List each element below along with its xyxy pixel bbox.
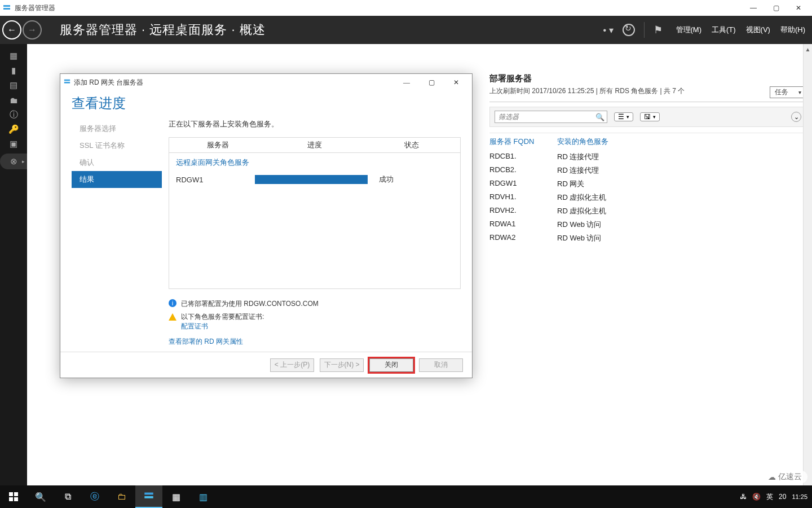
col-fqdn[interactable]: 服务器 FQDN	[489, 137, 557, 147]
progress-bar	[255, 175, 368, 184]
sidebar-local-server-icon[interactable]: ▮	[0, 63, 27, 78]
cell-role: RD Web 访问	[557, 233, 602, 243]
filter-input[interactable]	[497, 112, 595, 121]
wizard-install-text: 正在以下服务器上安装角色服务。	[169, 119, 461, 129]
notifications-flag-icon[interactable]: ⚑	[654, 24, 663, 36]
table-row[interactable]: RDCB1.RD 连接代理	[489, 150, 806, 164]
svg-rect-9	[144, 496, 153, 498]
cell-role: RD Web 访问	[557, 220, 602, 230]
nav-back-button[interactable]: ←	[2, 20, 21, 40]
svg-rect-7	[14, 497, 18, 501]
taskbar: 🔍 ⧉ ⓔ 🗀 ▦ ▥ 🖧 🔇 英 20 11:25	[0, 485, 812, 508]
table-row[interactable]: RDVH2.RD 虚拟化主机	[489, 204, 806, 218]
taskbar-search-icon[interactable]: 🔍	[27, 485, 54, 508]
wizard-row: RDGW1 成功	[169, 172, 460, 187]
wizard-maximize-button[interactable]: ▢	[419, 74, 444, 91]
deployment-servers-panel: 部署服务器 上次刷新时间 2017/10/26 11:25:25 | 所有 RD…	[489, 73, 806, 245]
window-titlebar: 服务器管理器 — ▢ ✕	[0, 0, 812, 16]
sidebar-all-servers-icon[interactable]: ▤	[0, 78, 27, 93]
cell-role: RD 虚拟化主机	[557, 206, 606, 216]
table-row[interactable]: RDVH1.RD 虚拟化主机	[489, 191, 806, 204]
wizard-minimize-button[interactable]: —	[394, 74, 419, 91]
sidebar-npas-icon[interactable]: 🔑	[0, 122, 27, 137]
svg-rect-3	[64, 82, 70, 84]
wizard-title: 添加 RD 网关 台服务器	[74, 78, 143, 87]
grouping-dropdown[interactable]: ☰	[614, 112, 633, 121]
search-icon[interactable]: 🔍	[595, 113, 604, 121]
menu-help[interactable]: 帮助(H)	[780, 25, 805, 35]
next-button: 下一步(N) >	[320, 358, 364, 372]
configure-cert-link[interactable]: 配置证书	[181, 322, 208, 330]
wizard-progress-table: 服务器 进度 状态 远程桌面网关角色服务 RDGW1 成功	[169, 137, 461, 289]
server-manager-icon	[2, 3, 11, 12]
taskbar-app1-icon[interactable]: ▦	[162, 485, 189, 508]
servers-table: 服务器 FQDN 安装的角色服务 RDCB1.RD 连接代理RDCB2.RD 连…	[489, 133, 806, 245]
table-row[interactable]: RDWA1RD Web 访问	[489, 218, 806, 231]
cell-fqdn: RDGW1	[489, 179, 557, 189]
wizard-nav-confirm: 确认	[72, 154, 162, 171]
table-row[interactable]: RDWA2RD Web 访问	[489, 231, 806, 245]
sidebar-hyperv-icon[interactable]: ▣	[0, 137, 27, 151]
start-button[interactable]	[0, 485, 27, 508]
taskbar-ie-icon[interactable]: ⓔ	[81, 485, 108, 508]
menu-view[interactable]: 视图(V)	[746, 25, 770, 35]
cell-role: RD 虚拟化主机	[557, 192, 606, 203]
taskbar-app2-icon[interactable]: ▥	[189, 485, 217, 508]
wizard-nav-result[interactable]: 结果	[72, 171, 162, 188]
cell-role: RD 网关	[557, 179, 584, 189]
window-close-button[interactable]: ✕	[787, 0, 810, 16]
taskbar-server-manager-icon[interactable]	[135, 485, 162, 508]
cell-fqdn: RDVH1.	[489, 192, 557, 203]
table-row[interactable]: RDCB2.RD 连接代理	[489, 164, 806, 177]
tray-volume-icon[interactable]: 🔇	[752, 493, 761, 501]
nav-forward-button[interactable]: →	[23, 20, 42, 40]
sidebar-iis-icon[interactable]: ⓘ	[0, 107, 27, 122]
close-button[interactable]: 关闭	[369, 358, 413, 372]
wizard-role-section: 远程桌面网关角色服务	[169, 153, 460, 172]
svg-rect-6	[9, 497, 13, 501]
menu-tools[interactable]: 工具(T)	[712, 25, 736, 35]
panel-subtitle: 上次刷新时间 2017/10/26 11:25:25 | 所有 RDS 角色服务…	[489, 86, 685, 98]
wizard-warn-text: 以下角色服务需要配置证书:	[181, 313, 264, 321]
svg-rect-8	[144, 493, 153, 495]
cell-fqdn: RDVH2.	[489, 206, 557, 216]
row-status: 成功	[373, 174, 441, 185]
sidebar-rds-icon[interactable]: ⊗▸	[0, 154, 27, 169]
breadcrumb: 服务器管理器 · 远程桌面服务 · 概述	[60, 21, 266, 38]
refresh-icon[interactable]	[623, 24, 635, 36]
sidebar: ▦ ▮ ▤ 🖿 ⓘ 🔑 ▣ ⊗▸	[0, 44, 27, 485]
tray-ime[interactable]: 英	[766, 492, 773, 502]
wizard-nav-ssl: SSL 证书名称	[72, 137, 162, 154]
cell-fqdn: RDWA1	[489, 220, 557, 230]
th-status: 状态	[363, 140, 460, 150]
window-title: 服务器管理器	[15, 3, 55, 13]
info-icon: i	[169, 299, 176, 307]
tasks-dropdown[interactable]: 任务	[770, 86, 806, 98]
window-maximize-button[interactable]: ▢	[765, 0, 787, 16]
vertical-scrollbar[interactable]: ▲	[803, 44, 812, 485]
view-gateway-props-link[interactable]: 查看部署的 RD 网关属性	[169, 338, 243, 345]
expand-toggle[interactable]: ⌄	[791, 112, 801, 122]
window-minimize-button[interactable]: —	[742, 0, 765, 16]
th-server: 服务器	[169, 140, 266, 150]
table-row[interactable]: RDGW1RD 网关	[489, 177, 806, 191]
cell-role: RD 连接代理	[557, 165, 599, 176]
cell-role: RD 连接代理	[557, 152, 599, 162]
watermark: ☁ 亿速云	[762, 471, 807, 483]
col-role[interactable]: 安装的角色服务	[557, 137, 608, 147]
cell-fqdn: RDCB2.	[489, 165, 557, 176]
cancel-button: 取消	[419, 358, 463, 372]
wizard-close-button[interactable]: ✕	[444, 74, 469, 91]
menu-manage[interactable]: 管理(M)	[676, 25, 702, 35]
dash-icon: • ▾	[603, 25, 613, 36]
sidebar-file-services-icon[interactable]: 🖿	[0, 93, 27, 107]
row-server-name: RDGW1	[176, 176, 255, 184]
cell-fqdn: RDCB1.	[489, 152, 557, 162]
tray-time[interactable]: 11:25	[792, 493, 807, 500]
sidebar-dashboard-icon[interactable]: ▦	[0, 49, 27, 63]
tray-network-icon[interactable]: 🖧	[740, 493, 747, 501]
taskbar-explorer-icon[interactable]: 🗀	[108, 485, 135, 508]
svg-rect-5	[14, 492, 18, 496]
save-query-dropdown[interactable]: 🖫	[640, 112, 660, 121]
task-view-icon[interactable]: ⧉	[54, 485, 81, 508]
